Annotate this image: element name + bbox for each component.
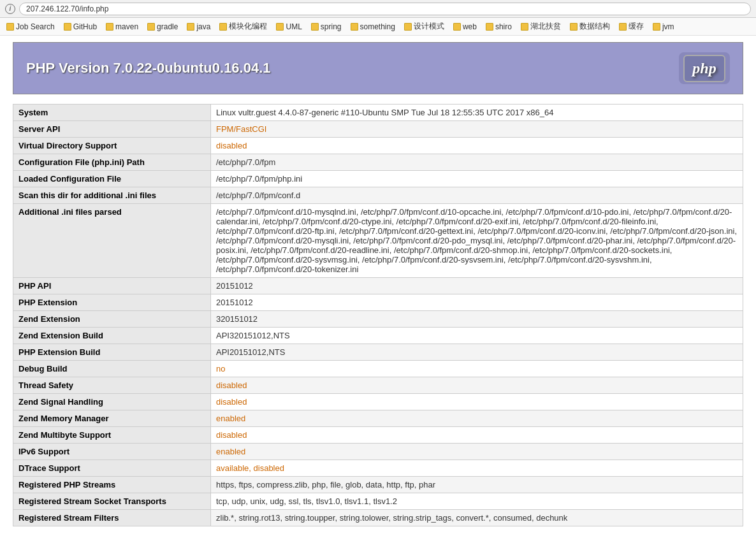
row-label: Additional .ini files parsed (13, 204, 211, 278)
bookmark-item[interactable]: 缓存 (615, 20, 648, 33)
bookmark-item[interactable]: 模块化编程 (215, 20, 271, 33)
bookmark-item[interactable]: 湖北扶贫 (517, 20, 565, 33)
bookmark-label: 设计模式 (414, 21, 444, 32)
bookmark-item[interactable]: spring (307, 21, 345, 33)
bookmark-item[interactable]: something (347, 21, 399, 33)
table-row: PHP Extension BuildAPI20151012,NTS (13, 344, 743, 361)
row-label: Thread Safety (13, 377, 211, 394)
bookmark-label: shiro (495, 22, 512, 31)
bookmark-label: Job Search (16, 22, 55, 31)
bookmark-label: spring (321, 22, 342, 31)
row-value: /etc/php/7.0/fpm/conf.d (211, 187, 743, 204)
info-table: SystemLinux vultr.guest 4.4.0-87-generic… (13, 104, 743, 526)
row-value: tcp, udp, unix, udg, ssl, tls, tlsv1.0, … (211, 493, 743, 510)
bookmark-item[interactable]: 数据结构 (566, 20, 614, 33)
table-row: Zend Multibyte Supportdisabled (13, 427, 743, 444)
bookmark-icon (6, 23, 14, 31)
row-value: 20151012 (211, 278, 743, 294)
row-value: enabled (211, 444, 743, 460)
bookmark-icon (404, 23, 412, 31)
bookmark-label: something (360, 22, 395, 31)
bookmark-icon (570, 23, 578, 31)
table-row: DTrace Supportavailable, disabled (13, 460, 743, 477)
row-value: enabled (211, 410, 743, 427)
bookmark-icon (653, 23, 660, 31)
row-label: Zend Extension Build (13, 328, 211, 344)
row-label: Server API (13, 121, 211, 138)
row-label: DTrace Support (13, 460, 211, 477)
bookmark-icon (106, 23, 113, 31)
row-label: Registered Stream Filters (13, 510, 211, 526)
row-label: System (13, 105, 211, 121)
row-label: Configuration File (php.ini) Path (13, 154, 211, 171)
address-input[interactable] (19, 3, 751, 15)
bookmark-item[interactable]: shiro (482, 21, 516, 33)
bookmark-label: jvm (662, 22, 674, 31)
table-row: Registered Stream Filterszlib.*, string.… (13, 510, 743, 526)
row-label: Debug Build (13, 361, 211, 377)
page-content: PHP Version 7.0.22-0ubuntu0.16.04.1 php … (0, 36, 756, 533)
bookmark-item[interactable]: maven (102, 21, 142, 33)
table-row: Zend Extension BuildAPI320151012,NTS (13, 328, 743, 344)
bookmark-item[interactable]: jvm (649, 21, 678, 33)
row-label: Zend Multibyte Support (13, 427, 211, 444)
row-value: disabled (211, 138, 743, 154)
bookmark-item[interactable]: Job Search (3, 21, 59, 33)
bookmark-icon (351, 23, 358, 31)
row-value: https, ftps, compress.zlib, php, file, g… (211, 477, 743, 493)
row-value: /etc/php/7.0/fpm/conf.d/10-mysqlnd.ini, … (211, 204, 743, 278)
bookmark-item[interactable]: web (449, 21, 481, 33)
row-label: Loaded Configuration File (13, 171, 211, 187)
row-value: Linux vultr.guest 4.4.0-87-generic #110-… (211, 105, 743, 121)
row-label: PHP Extension (13, 294, 211, 311)
php-version-title: PHP Version 7.0.22-0ubuntu0.16.04.1 (26, 60, 271, 76)
row-value: API20151012,NTS (211, 344, 743, 361)
php-logo: php (679, 52, 730, 84)
bookmark-label: gradle (157, 22, 178, 31)
row-value: 320151012 (211, 311, 743, 328)
bookmark-icon (276, 23, 284, 31)
table-row: PHP Extension20151012 (13, 294, 743, 311)
table-row: IPv6 Supportenabled (13, 444, 743, 460)
bookmark-icon (147, 23, 155, 31)
table-row: Zend Extension320151012 (13, 311, 743, 328)
table-row: Loaded Configuration File/etc/php/7.0/fp… (13, 171, 743, 187)
bookmark-label: UML (286, 22, 302, 31)
bookmark-label: 缓存 (629, 21, 644, 32)
table-row: Registered PHP Streamshttps, ftps, compr… (13, 477, 743, 493)
row-label: PHP Extension Build (13, 344, 211, 361)
row-label: Registered Stream Socket Transports (13, 493, 211, 510)
row-value: disabled (211, 377, 743, 394)
bookmark-label: web (463, 22, 477, 31)
bookmark-item[interactable]: java (183, 21, 214, 33)
bookmark-item[interactable]: gradle (143, 21, 182, 33)
table-row: PHP API20151012 (13, 278, 743, 294)
php-logo-text: php (683, 55, 725, 82)
table-row: Debug Buildno (13, 361, 743, 377)
row-label: IPv6 Support (13, 444, 211, 460)
row-value: no (211, 361, 743, 377)
table-row: Thread Safetydisabled (13, 377, 743, 394)
bookmark-item[interactable]: 设计模式 (400, 20, 448, 33)
security-info-icon[interactable]: i (5, 4, 15, 14)
row-value: FPM/FastCGI (211, 121, 743, 138)
row-value: zlib.*, string.rot13, string.toupper, st… (211, 510, 743, 526)
row-value: API320151012,NTS (211, 328, 743, 344)
bookmark-item[interactable]: UML (272, 21, 305, 33)
address-bar: i (0, 0, 756, 18)
row-label: Zend Signal Handling (13, 394, 211, 410)
row-label: PHP API (13, 278, 211, 294)
table-row: Server APIFPM/FastCGI (13, 121, 743, 138)
bookmark-label: maven (115, 22, 138, 31)
table-row: Additional .ini files parsed/etc/php/7.0… (13, 204, 743, 278)
bookmark-label: java (196, 22, 210, 31)
bookmark-label: GitHub (73, 22, 97, 31)
row-value: disabled (211, 427, 743, 444)
bookmark-icon (453, 23, 461, 31)
row-label: Zend Extension (13, 311, 211, 328)
row-label: Virtual Directory Support (13, 138, 211, 154)
bookmark-icon (521, 23, 528, 31)
bookmark-icon (486, 23, 493, 31)
bookmarks-bar: Job SearchGitHubmavengradlejava模块化编程UMLs… (0, 18, 756, 36)
bookmark-item[interactable]: GitHub (60, 21, 101, 33)
